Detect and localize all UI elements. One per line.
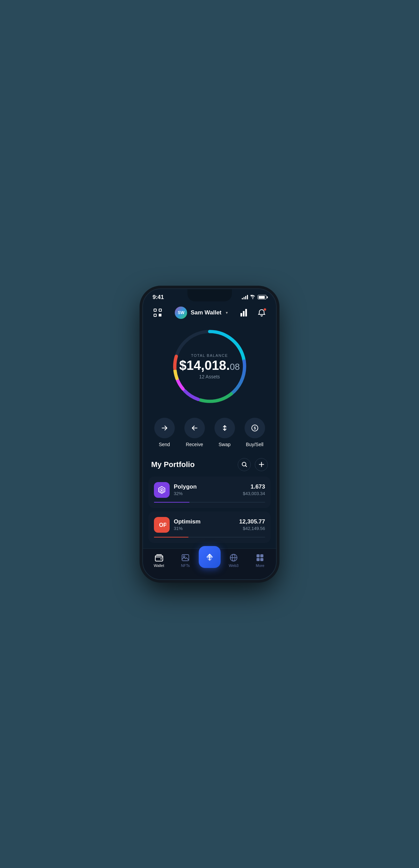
status-time: 9:41 (153, 294, 164, 301)
send-label: Send (159, 442, 170, 447)
nav-center[interactable] (199, 553, 221, 568)
svg-rect-4 (243, 311, 245, 316)
wallet-selector[interactable]: SW Sam Wallet ▾ (175, 307, 227, 319)
svg-rect-24 (155, 556, 163, 561)
polygon-percentage: 32% (174, 491, 239, 496)
nfts-nav-icon (181, 553, 190, 562)
swap-button[interactable]: Swap (214, 418, 235, 447)
svg-rect-35 (257, 558, 260, 561)
action-buttons: Send Receive (143, 414, 276, 455)
optimism-bar-fill (154, 537, 188, 537)
nav-nfts[interactable]: NFTs (172, 553, 198, 568)
scan-button[interactable] (151, 306, 164, 319)
balance-amount: $14,018.08 (179, 359, 240, 372)
analytics-button[interactable] (238, 307, 251, 319)
buysell-label: Buy/Sell (246, 442, 263, 447)
balance-label: TOTAL BALANCE (179, 353, 240, 358)
nav-web3[interactable]: Web3 (221, 553, 247, 568)
asset-card-polygon[interactable]: Polygon 32% 1.673 $43,003.34 (148, 477, 271, 508)
send-button[interactable]: Send (154, 418, 175, 447)
optimism-amount: 12,305.77 (239, 518, 265, 525)
polygon-bar (154, 502, 265, 503)
nfts-nav-label: NFTs (181, 563, 190, 568)
svg-rect-5 (245, 309, 247, 316)
chevron-down-icon: ▾ (226, 310, 228, 315)
action-center-button[interactable] (199, 546, 221, 568)
wallet-nav-label: Wallet (154, 563, 164, 568)
more-nav-label: More (256, 563, 264, 568)
app-header: SW Sam Wallet ▾ (143, 302, 276, 322)
portfolio-header: My Portfolio (148, 455, 271, 477)
more-nav-icon (256, 553, 264, 562)
buysell-button[interactable]: $ Buy/Sell (245, 418, 265, 447)
svg-line-20 (245, 466, 247, 467)
wifi-icon (250, 295, 256, 300)
polygon-bar-fill (154, 502, 189, 503)
avatar: SW (175, 307, 187, 319)
svg-rect-1 (159, 309, 161, 311)
svg-text:OP: OP (159, 522, 166, 528)
add-asset-button[interactable] (255, 458, 268, 471)
battery-icon (258, 295, 266, 299)
nav-wallet[interactable]: Wallet (146, 553, 172, 568)
receive-button[interactable]: Receive (184, 418, 205, 447)
optimism-usd: $42,149.56 (239, 526, 265, 531)
wallet-nav-icon (155, 553, 163, 562)
svg-rect-25 (160, 558, 162, 559)
portfolio-actions (238, 458, 268, 471)
svg-rect-34 (260, 554, 263, 557)
search-button[interactable] (238, 458, 251, 471)
nav-more[interactable]: More (247, 553, 273, 568)
asset-card-optimism[interactable]: OP Optimism 31% 12,305.77 $42,149.56 (148, 511, 271, 543)
portfolio-title: My Portfolio (151, 460, 195, 469)
polygon-icon (154, 482, 170, 498)
phone-frame: 9:41 (142, 288, 277, 580)
polygon-amount: 1.673 (243, 483, 265, 490)
svg-rect-36 (260, 558, 263, 561)
polygon-usd: $43,003.34 (243, 491, 265, 496)
status-icons (242, 295, 266, 300)
notifications-button[interactable] (256, 307, 268, 319)
optimism-bar (154, 537, 265, 537)
bottom-navigation: Wallet NFTs (143, 548, 276, 579)
svg-text:$: $ (253, 426, 256, 430)
wallet-name: Sam Wallet (191, 309, 221, 316)
header-right-actions (238, 307, 268, 319)
optimism-name: Optimism (174, 518, 235, 525)
svg-rect-3 (240, 313, 242, 316)
asset-count: 12 Assets (179, 374, 240, 379)
balance-chart: TOTAL BALANCE $14,018.08 12 Assets (143, 322, 276, 414)
optimism-percentage: 31% (174, 526, 235, 531)
polygon-name: Polygon (174, 483, 239, 490)
svg-rect-33 (257, 554, 260, 557)
optimism-icon: OP (154, 517, 170, 533)
svg-rect-26 (182, 555, 189, 561)
signal-icon (242, 295, 248, 299)
web3-nav-label: Web3 (229, 563, 239, 568)
svg-rect-0 (154, 309, 156, 311)
notch (187, 289, 232, 301)
swap-label: Swap (219, 442, 231, 447)
balance-cents: 08 (230, 362, 240, 372)
web3-nav-icon (229, 553, 238, 562)
notification-badge (263, 308, 266, 311)
svg-rect-2 (154, 314, 156, 316)
receive-label: Receive (186, 442, 203, 447)
